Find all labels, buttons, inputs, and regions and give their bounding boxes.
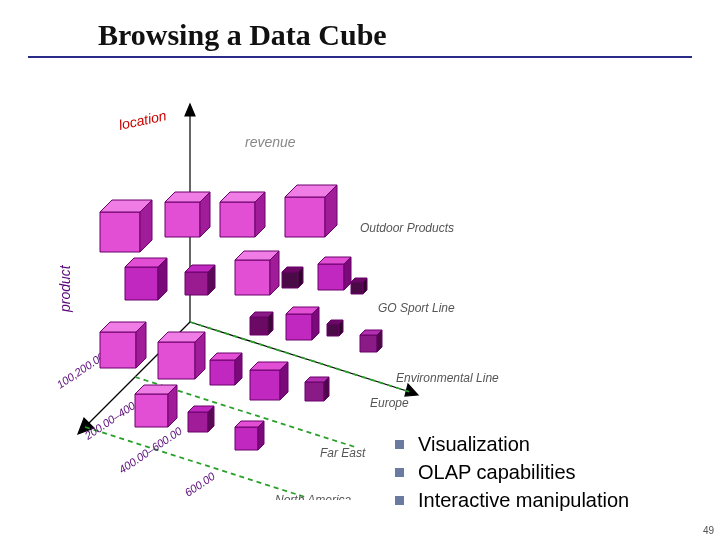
cube [210, 353, 242, 385]
x-tick-0: Outdoor Products [360, 221, 454, 235]
svg-marker-48 [360, 335, 377, 352]
cube [360, 330, 382, 352]
svg-marker-18 [285, 197, 325, 237]
svg-marker-65 [324, 377, 329, 401]
svg-marker-30 [282, 272, 298, 288]
cube [318, 257, 351, 290]
cube [185, 265, 215, 295]
y-tick-3: 600.00 [182, 469, 217, 498]
cube [351, 278, 367, 294]
svg-marker-63 [305, 382, 324, 401]
svg-marker-57 [210, 360, 235, 385]
bullet-label: Visualization [418, 430, 530, 458]
svg-marker-24 [185, 272, 208, 295]
svg-marker-39 [250, 317, 268, 335]
svg-marker-66 [135, 394, 168, 427]
bullet-item: Visualization [395, 430, 715, 458]
cube [188, 406, 214, 432]
cube [286, 307, 319, 340]
svg-marker-54 [158, 342, 195, 379]
cube [100, 200, 152, 252]
y-tick-2: 400.00–600.00 [116, 424, 184, 475]
svg-marker-72 [235, 427, 258, 450]
svg-marker-27 [235, 260, 270, 295]
svg-marker-33 [318, 264, 344, 290]
svg-marker-15 [220, 202, 255, 237]
svg-marker-60 [250, 370, 280, 400]
z-tick-2: North America [275, 493, 352, 500]
z-tick-1: Far East [320, 446, 366, 460]
bullet-label: Interactive manipulation [418, 486, 629, 514]
svg-marker-51 [100, 332, 136, 368]
x-tick-2: Environmental Line [396, 371, 499, 385]
svg-marker-36 [351, 282, 363, 294]
bullet-icon [395, 440, 404, 449]
cube [305, 377, 329, 401]
cube [250, 362, 288, 400]
svg-marker-21 [125, 267, 158, 300]
svg-marker-9 [100, 212, 140, 252]
cube [165, 192, 210, 237]
cube [158, 332, 205, 379]
bullet-item: OLAP capabilities [395, 458, 715, 486]
bullet-list: Visualization OLAP capabilities Interact… [395, 430, 715, 514]
z-tick-0: Europe [370, 396, 409, 410]
cube [327, 320, 343, 336]
svg-marker-3 [405, 384, 418, 396]
axis-label-location: location [117, 107, 168, 133]
axis-label-product: product [57, 264, 73, 313]
cube [100, 322, 146, 368]
cube [250, 312, 273, 335]
svg-marker-69 [188, 412, 208, 432]
svg-marker-42 [286, 314, 312, 340]
bullet-icon [395, 468, 404, 477]
bullet-label: OLAP capabilities [418, 458, 576, 486]
page-number: 49 [703, 525, 714, 536]
bullet-item: Interactive manipulation [395, 486, 715, 514]
svg-marker-1 [185, 104, 195, 116]
cube [235, 421, 264, 450]
title-underline [28, 56, 692, 58]
cube [235, 251, 279, 295]
svg-marker-45 [327, 324, 339, 336]
cube [220, 192, 265, 237]
bullet-icon [395, 496, 404, 505]
svg-marker-12 [165, 202, 200, 237]
cube [282, 267, 303, 288]
z-tick-labels: Europe Far East North America [275, 396, 409, 500]
x-tick-labels: Outdoor Products GO Sport Line Environme… [360, 221, 499, 385]
slide: Browsing a Data Cube location [0, 0, 720, 540]
cube [285, 185, 337, 237]
cube [125, 258, 167, 300]
x-tick-1: GO Sport Line [378, 301, 455, 315]
page-title: Browsing a Data Cube [28, 18, 692, 52]
axis-label-revenue: revenue [245, 134, 296, 150]
cube [135, 385, 177, 427]
